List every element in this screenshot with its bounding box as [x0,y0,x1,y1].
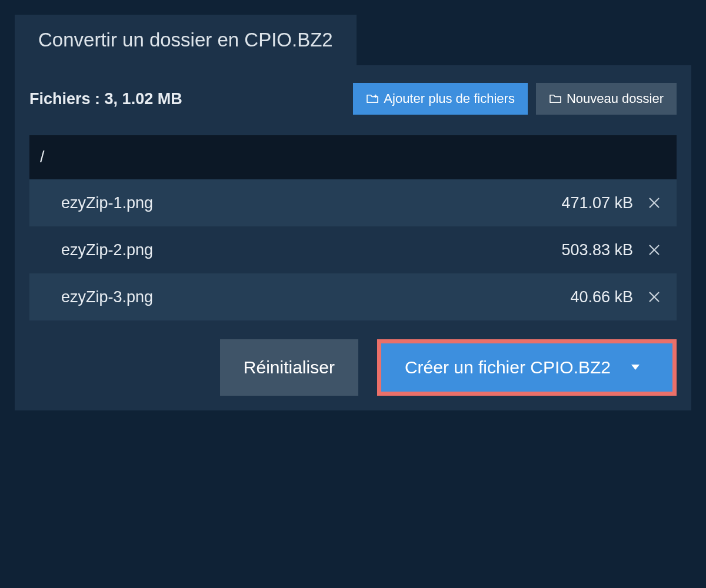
create-archive-button[interactable]: Créer un fichier CPIO.BZ2 [381,343,672,392]
add-files-button[interactable]: Ajouter plus de fichiers [353,83,528,115]
create-button-highlight: Créer un fichier CPIO.BZ2 [377,339,677,396]
remove-file-icon[interactable] [645,288,664,306]
file-size: 503.83 kB [561,241,633,259]
reset-button[interactable]: Réinitialiser [220,339,358,396]
file-row: ezyZip-1.png471.07 kB [29,179,677,226]
action-bar: Réinitialiser Créer un fichier CPIO.BZ2 [29,339,677,396]
file-row: ezyZip-2.png503.83 kB [29,226,677,273]
main-panel: Fichiers : 3, 1.02 MB Ajouter plus de fi… [15,65,691,410]
create-button-label: Créer un fichier CPIO.BZ2 [405,358,611,377]
file-summary: Fichiers : 3, 1.02 MB [29,90,182,108]
folder-icon [549,93,562,104]
file-row: ezyZip-3.png40.66 kB [29,273,677,320]
remove-file-icon[interactable] [645,193,664,212]
file-name: ezyZip-1.png [61,194,561,212]
path-row[interactable]: / [29,135,677,179]
summary-count: 3 [105,90,114,108]
dropdown-caret-icon [631,362,640,373]
toolbar: Fichiers : 3, 1.02 MB Ajouter plus de fi… [29,83,677,115]
add-files-label: Ajouter plus de fichiers [384,91,515,106]
file-name: ezyZip-2.png [61,241,561,259]
summary-label: Fichiers : [29,90,100,108]
toolbar-buttons: Ajouter plus de fichiers Nouveau dossier [353,83,677,115]
file-list: / ezyZip-1.png471.07 kBezyZip-2.png503.8… [29,135,677,320]
file-size: 471.07 kB [561,194,633,212]
tab-title: Convertir un dossier en CPIO.BZ2 [15,15,357,65]
remove-file-icon[interactable] [645,240,664,259]
app-container: Convertir un dossier en CPIO.BZ2 Fichier… [0,0,706,425]
file-size: 40.66 kB [570,288,633,306]
new-folder-label: Nouveau dossier [567,91,664,106]
folder-plus-icon [366,93,379,104]
summary-size: 1.02 MB [122,90,182,108]
file-name: ezyZip-3.png [61,288,570,306]
svg-marker-8 [631,365,640,370]
new-folder-button[interactable]: Nouveau dossier [536,83,677,115]
